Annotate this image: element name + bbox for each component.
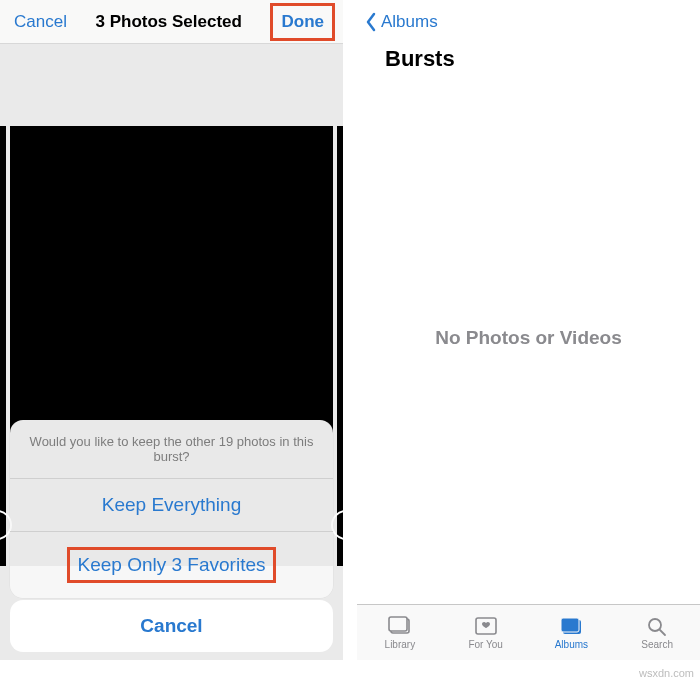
- next-photo-edge[interactable]: [337, 126, 343, 566]
- albums-icon: [558, 615, 584, 637]
- chevron-left-icon: [365, 12, 377, 32]
- selection-title: 3 Photos Selected: [95, 12, 241, 32]
- keep-everything-button[interactable]: Keep Everything: [10, 479, 333, 532]
- burst-selection-screen: Cancel 3 Photos Selected Done Would you …: [0, 0, 343, 660]
- back-label: Albums: [381, 12, 438, 32]
- svg-rect-4: [561, 618, 579, 632]
- done-button[interactable]: Done: [281, 12, 324, 31]
- tab-foryou[interactable]: For You: [443, 605, 529, 660]
- tab-search[interactable]: Search: [614, 605, 700, 660]
- tab-albums[interactable]: Albums: [529, 605, 615, 660]
- search-icon: [644, 615, 670, 637]
- selection-header: Cancel 3 Photos Selected Done: [0, 0, 343, 44]
- back-button[interactable]: Albums: [365, 12, 438, 32]
- tab-foryou-label: For You: [468, 639, 502, 650]
- foryou-icon: [473, 615, 499, 637]
- svg-rect-1: [389, 617, 407, 631]
- page-title: Bursts: [357, 44, 700, 72]
- prev-photo-edge[interactable]: [0, 126, 6, 566]
- album-header: Albums: [357, 0, 700, 44]
- screenshot-gap: [343, 0, 357, 660]
- tab-library-label: Library: [385, 639, 416, 650]
- keep-action-sheet: Would you like to keep the other 19 phot…: [10, 420, 333, 598]
- keep-favorites-highlight: Keep Only 3 Favorites: [67, 547, 277, 583]
- tab-library[interactable]: Library: [357, 605, 443, 660]
- library-icon: [387, 615, 413, 637]
- svg-line-6: [660, 630, 665, 635]
- done-highlight: Done: [270, 3, 335, 41]
- bursts-album-screen: Albums Bursts No Photos or Videos Librar…: [357, 0, 700, 660]
- sheet-prompt: Would you like to keep the other 19 phot…: [10, 420, 333, 479]
- watermark: wsxdn.com: [639, 667, 694, 679]
- keep-favorites-button[interactable]: Keep Only 3 Favorites: [10, 532, 333, 598]
- cancel-button[interactable]: Cancel: [14, 12, 67, 32]
- svg-point-5: [649, 619, 661, 631]
- empty-state-text: No Photos or Videos: [435, 327, 622, 349]
- album-body: No Photos or Videos: [357, 72, 700, 604]
- tab-bar: Library For You Albums: [357, 604, 700, 660]
- tab-albums-label: Albums: [555, 639, 588, 650]
- tab-search-label: Search: [641, 639, 673, 650]
- sheet-cancel-button[interactable]: Cancel: [10, 600, 333, 652]
